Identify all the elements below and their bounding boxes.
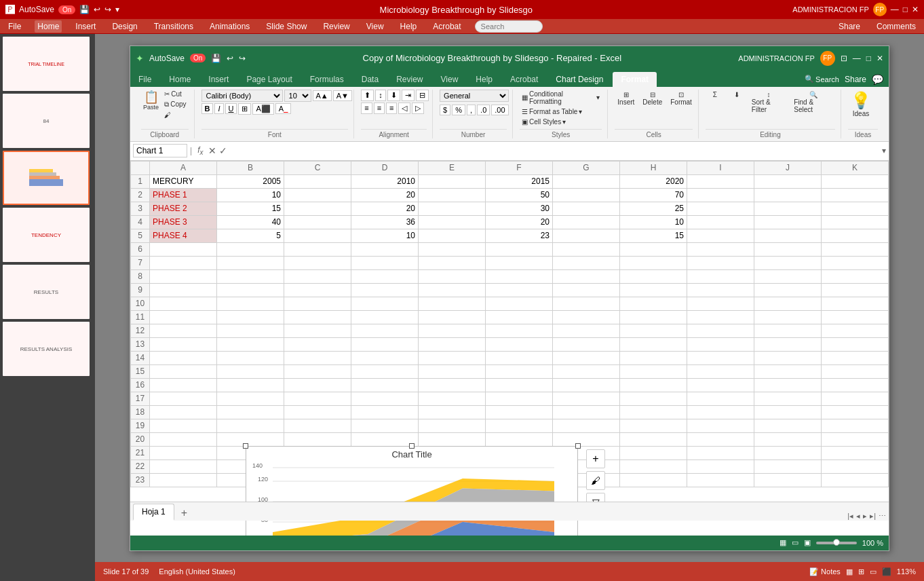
excel-close-btn[interactable]: ✕ bbox=[877, 54, 883, 63]
ppt-menu-insert[interactable]: Insert bbox=[73, 20, 98, 33]
cell-styles-btn[interactable]: ▣ Cell Styles ▾ bbox=[520, 117, 602, 126]
chart-handle-tc[interactable] bbox=[409, 443, 415, 449]
cell[interactable] bbox=[822, 351, 889, 364]
cell[interactable] bbox=[419, 242, 486, 256]
view-page-break-btn[interactable]: ▭ bbox=[792, 538, 798, 547]
indent-inc-btn[interactable]: ▷ bbox=[412, 102, 424, 114]
border-btn[interactable]: ⊞ bbox=[238, 103, 251, 115]
col-header-F[interactable]: F bbox=[486, 161, 553, 174]
chart-style-btn[interactable]: 🖌 bbox=[586, 471, 605, 490]
excel-undo-icon[interactable]: ↩ bbox=[227, 54, 233, 63]
cell[interactable] bbox=[687, 351, 754, 364]
cell[interactable] bbox=[351, 310, 419, 324]
cell[interactable] bbox=[553, 297, 620, 310]
cell[interactable] bbox=[687, 378, 754, 392]
row-header-22[interactable]: 22 bbox=[131, 460, 150, 473]
cell[interactable] bbox=[284, 269, 351, 283]
cell[interactable] bbox=[419, 419, 486, 432]
excel-autosave-toggle[interactable]: On bbox=[190, 54, 206, 62]
tab-data[interactable]: Data bbox=[353, 72, 387, 87]
row-header-3[interactable]: 3 bbox=[131, 202, 150, 215]
more-icon[interactable]: ▾ bbox=[115, 5, 119, 14]
cell[interactable]: 20 bbox=[351, 202, 419, 215]
sheet-options-btn[interactable]: ⋯ bbox=[879, 512, 886, 521]
cell[interactable] bbox=[687, 297, 754, 310]
cell[interactable] bbox=[486, 419, 553, 432]
cell[interactable] bbox=[754, 460, 822, 473]
cell[interactable]: 2020 bbox=[620, 174, 687, 188]
cell[interactable] bbox=[822, 460, 889, 473]
cell[interactable]: 15 bbox=[217, 202, 284, 215]
cell[interactable] bbox=[822, 324, 889, 337]
cell[interactable] bbox=[822, 310, 889, 324]
row-header-15[interactable]: 15 bbox=[131, 364, 150, 378]
cell[interactable] bbox=[687, 229, 754, 242]
cell[interactable] bbox=[284, 256, 351, 269]
cell[interactable] bbox=[822, 269, 889, 283]
cell[interactable] bbox=[822, 202, 889, 215]
row-header-1[interactable]: 1 bbox=[131, 174, 150, 188]
cell[interactable] bbox=[150, 392, 217, 405]
cell[interactable]: 20 bbox=[351, 188, 419, 202]
cell[interactable] bbox=[419, 351, 486, 364]
cell[interactable] bbox=[217, 256, 284, 269]
cell[interactable] bbox=[620, 337, 687, 351]
slide-thumb-16[interactable]: 16 84 bbox=[3, 94, 90, 148]
cell[interactable] bbox=[150, 337, 217, 351]
cell[interactable] bbox=[150, 378, 217, 392]
increase-font-btn[interactable]: A▲ bbox=[313, 90, 332, 101]
add-sheet-btn[interactable]: + bbox=[176, 506, 193, 521]
cell[interactable]: 2005 bbox=[217, 174, 284, 188]
col-header-G[interactable]: G bbox=[553, 161, 620, 174]
cell[interactable] bbox=[553, 215, 620, 229]
cell[interactable] bbox=[486, 432, 553, 446]
cell[interactable] bbox=[620, 297, 687, 310]
cell[interactable] bbox=[687, 174, 754, 188]
delete-cell-btn[interactable]: ⊟ Delete bbox=[640, 90, 665, 107]
cell[interactable] bbox=[217, 297, 284, 310]
cell[interactable] bbox=[687, 419, 754, 432]
dec-inc-btn[interactable]: .0 bbox=[477, 105, 490, 115]
cell[interactable] bbox=[553, 432, 620, 446]
cell[interactable] bbox=[754, 174, 822, 188]
cell[interactable] bbox=[822, 337, 889, 351]
cell[interactable] bbox=[687, 446, 754, 460]
cell[interactable]: 36 bbox=[351, 215, 419, 229]
cell[interactable] bbox=[486, 283, 553, 297]
cell[interactable] bbox=[217, 378, 284, 392]
number-format-select[interactable]: General bbox=[440, 90, 508, 102]
excel-search-btn[interactable]: 🔍 Search bbox=[805, 75, 839, 83]
cell[interactable] bbox=[351, 392, 419, 405]
cell[interactable] bbox=[687, 432, 754, 446]
col-header-D[interactable]: D bbox=[351, 161, 419, 174]
comma-btn[interactable]: , bbox=[467, 105, 476, 115]
sheet-nav-next[interactable]: ▸ bbox=[863, 512, 867, 521]
row-header-7[interactable]: 7 bbox=[131, 256, 150, 269]
row-header-12[interactable]: 12 bbox=[131, 324, 150, 337]
row-header-9[interactable]: 9 bbox=[131, 283, 150, 297]
cell[interactable] bbox=[620, 242, 687, 256]
cell[interactable] bbox=[620, 364, 687, 378]
cell[interactable] bbox=[553, 202, 620, 215]
cell[interactable] bbox=[351, 256, 419, 269]
cell[interactable] bbox=[419, 269, 486, 283]
slide-thumb-19[interactable]: 19 RESULTS bbox=[3, 265, 90, 319]
ppt-search-input[interactable] bbox=[475, 20, 543, 33]
cell[interactable] bbox=[419, 202, 486, 215]
sort-filter-btn[interactable]: ↕ Sort & Filter bbox=[749, 90, 788, 115]
cell[interactable] bbox=[150, 473, 217, 487]
cell[interactable] bbox=[150, 324, 217, 337]
tab-insert[interactable]: Insert bbox=[200, 72, 237, 87]
cell[interactable] bbox=[284, 392, 351, 405]
cell[interactable] bbox=[217, 364, 284, 378]
decrease-font-btn[interactable]: A▼ bbox=[333, 90, 352, 101]
formula-cancel-btn[interactable]: ✕ bbox=[208, 145, 216, 156]
cell[interactable] bbox=[284, 405, 351, 419]
row-header-16[interactable]: 16 bbox=[131, 378, 150, 392]
align-center-btn[interactable]: ≡ bbox=[374, 102, 385, 114]
cell[interactable] bbox=[822, 432, 889, 446]
row-header-21[interactable]: 21 bbox=[131, 446, 150, 460]
row-header-20[interactable]: 20 bbox=[131, 432, 150, 446]
ppt-close[interactable]: ✕ bbox=[912, 5, 919, 14]
fill-btn[interactable]: ⬇ bbox=[727, 90, 746, 115]
